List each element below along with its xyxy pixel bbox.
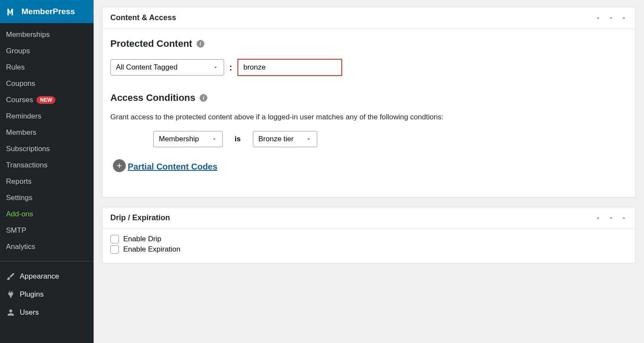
partial-content-codes-link[interactable]: Partial Content Codes <box>128 162 217 172</box>
sidebar-item-coupons[interactable]: Coupons <box>0 76 94 92</box>
toggle-panel-button[interactable] <box>620 15 627 21</box>
sidebar-item-label: Subscriptions <box>6 145 50 153</box>
sidebar-item-rules[interactable]: Rules <box>0 59 94 76</box>
sidebar-item-courses[interactable]: CoursesNEW <box>0 92 94 108</box>
memberpress-logo-icon <box>6 6 17 17</box>
condition-value-select[interactable]: Bronze tier <box>253 131 317 147</box>
sidebar-group-bottom: Appearance Plugins Users <box>0 264 94 325</box>
enable-drip-row: Enable Drip <box>110 235 627 243</box>
tag-input[interactable] <box>237 59 342 76</box>
main-content: Content & Access Protected Content i All… <box>94 0 644 343</box>
sidebar-item-members[interactable]: Members <box>0 124 94 141</box>
enable-expiration-checkbox[interactable] <box>110 245 119 254</box>
access-conditions-heading: Access Conditions i <box>110 92 627 103</box>
sidebar-item-reminders[interactable]: Reminders <box>0 108 94 124</box>
sidebar-item-subscriptions[interactable]: Subscriptions <box>0 141 94 157</box>
sidebar-item-label: Appearance <box>20 272 59 281</box>
select-value: All Content Tagged <box>116 63 177 72</box>
plug-icon <box>6 290 15 299</box>
panel-content-access: Content & Access Protected Content i All… <box>102 7 635 197</box>
protected-content-row: All Content Tagged : <box>110 59 627 76</box>
new-badge: NEW <box>36 96 55 104</box>
panel-header: Drip / Expiration <box>103 207 635 229</box>
heading-text: Access Conditions <box>110 92 195 103</box>
active-pointer <box>93 7 97 16</box>
enable-expiration-row: Enable Expiration <box>110 245 627 254</box>
panel-title: Content & Access <box>110 13 176 22</box>
info-icon[interactable]: i <box>200 94 207 102</box>
chevron-down-icon <box>306 136 312 142</box>
sidebar-item-label: Transactions <box>6 161 48 170</box>
sidebar-item-analytics[interactable]: Analytics <box>0 239 94 255</box>
admin-sidebar: MemberPress Memberships Groups Rules Cou… <box>0 0 94 343</box>
sidebar-brand[interactable]: MemberPress <box>0 0 94 23</box>
sidebar-item-label: Courses <box>6 96 33 104</box>
enable-drip-checkbox[interactable] <box>110 235 119 243</box>
sidebar-group-main: Memberships Groups Rules Coupons Courses… <box>0 23 94 258</box>
condition-row: Membership is Bronze tier <box>153 131 627 147</box>
sidebar-item-groups[interactable]: Groups <box>0 43 94 59</box>
info-icon[interactable]: i <box>197 40 204 48</box>
sidebar-item-label: Members <box>6 128 36 137</box>
protected-content-heading: Protected Content i <box>110 38 627 49</box>
panel-header: Content & Access <box>103 7 635 29</box>
panel-drip-expiration: Drip / Expiration Enable Drip Enable Exp… <box>102 207 635 264</box>
sidebar-item-smtp[interactable]: SMTP <box>0 222 94 239</box>
select-value: Membership <box>159 135 199 143</box>
sidebar-item-label: Plugins <box>20 290 44 299</box>
sidebar-item-label: Reports <box>6 177 32 186</box>
brush-icon <box>6 272 15 281</box>
panel-controls <box>595 215 627 222</box>
sidebar-item-label: Rules <box>6 63 24 72</box>
condition-type-select[interactable]: Membership <box>153 131 223 147</box>
checkbox-label: Enable Expiration <box>123 245 180 254</box>
access-description: Grant access to the protected content ab… <box>110 113 627 121</box>
user-icon <box>6 308 15 317</box>
plus-icon <box>115 162 123 170</box>
move-up-button[interactable] <box>595 215 601 222</box>
sidebar-item-plugins[interactable]: Plugins <box>0 285 94 304</box>
sidebar-item-settings[interactable]: Settings <box>0 190 94 206</box>
sidebar-item-label: Users <box>20 308 39 317</box>
sidebar-item-label: Add-ons <box>6 210 33 219</box>
sidebar-item-label: SMTP <box>6 226 26 235</box>
sidebar-item-addons[interactable]: Add-ons <box>0 206 94 222</box>
select-value: Bronze tier <box>258 135 294 143</box>
toggle-panel-button[interactable] <box>620 215 627 222</box>
brand-label: MemberPress <box>21 7 75 16</box>
sidebar-divider <box>0 261 94 261</box>
move-up-button[interactable] <box>595 15 601 21</box>
sidebar-item-reports[interactable]: Reports <box>0 173 94 190</box>
sidebar-item-appearance[interactable]: Appearance <box>0 267 94 285</box>
sidebar-item-transactions[interactable]: Transactions <box>0 157 94 173</box>
move-down-button[interactable] <box>608 215 614 222</box>
sidebar-item-label: Groups <box>6 47 30 55</box>
sidebar-item-label: Analytics <box>6 243 35 251</box>
checkbox-label: Enable Drip <box>123 235 161 243</box>
chevron-down-icon <box>211 136 217 142</box>
sidebar-item-label: Coupons <box>6 79 35 88</box>
panel-title: Drip / Expiration <box>110 213 170 222</box>
sidebar-item-label: Reminders <box>6 112 41 121</box>
panel-body: Enable Drip Enable Expiration <box>103 229 635 263</box>
sidebar-item-users[interactable]: Users <box>0 304 94 322</box>
panel-body: Protected Content i All Content Tagged :… <box>103 29 635 197</box>
condition-operator: is <box>235 135 241 143</box>
move-down-button[interactable] <box>608 15 614 21</box>
colon-separator: : <box>229 63 232 73</box>
sidebar-item-label: Memberships <box>6 30 50 39</box>
panel-controls <box>595 15 627 21</box>
chevron-down-icon <box>213 64 219 70</box>
add-condition-button[interactable] <box>113 159 126 172</box>
sidebar-item-label: Settings <box>6 194 32 202</box>
sidebar-item-memberships[interactable]: Memberships <box>0 27 94 43</box>
heading-text: Protected Content <box>110 38 192 49</box>
content-type-select[interactable]: All Content Tagged <box>110 59 224 76</box>
